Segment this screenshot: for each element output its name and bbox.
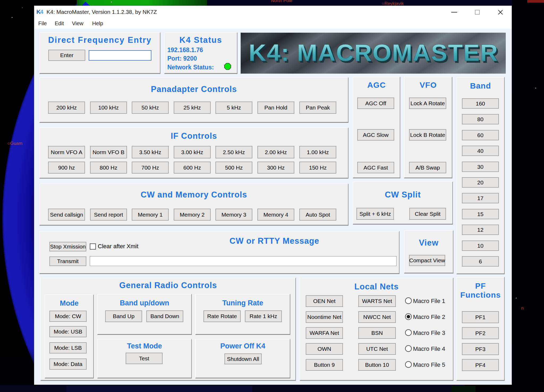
svg-text:K4: MACROMASTER: K4: MACROMASTER — [249, 39, 498, 66]
